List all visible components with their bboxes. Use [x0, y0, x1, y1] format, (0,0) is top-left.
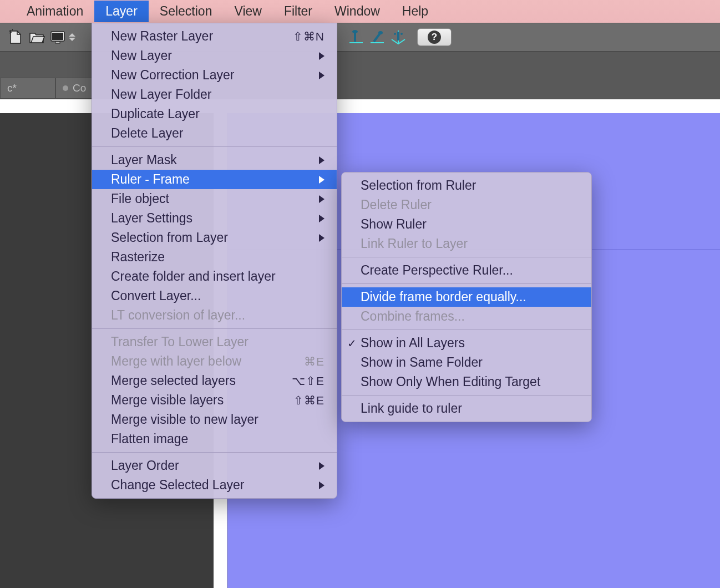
submenu-arrow-icon — [319, 481, 324, 489]
menu-animation[interactable]: Animation — [16, 1, 94, 22]
menu-label: Divide frame border equally... — [361, 290, 526, 305]
menu-item[interactable]: Layer Mask — [92, 150, 337, 170]
separator — [92, 452, 337, 453]
menu-label: Merge visible to new layer — [111, 412, 258, 427]
screen-icon[interactable] — [48, 27, 68, 47]
menu-item-ruler-frame[interactable]: Ruler - Frame — [92, 170, 337, 189]
menu-item[interactable]: Rasterize — [92, 247, 337, 267]
menu-label: Link guide to ruler — [361, 401, 462, 416]
menu-item[interactable]: Create Perspective Ruler... — [342, 261, 591, 280]
menu-item[interactable]: Link guide to ruler — [342, 399, 591, 418]
menu-item[interactable]: Duplicate Layer — [92, 104, 337, 124]
menu-help[interactable]: Help — [391, 1, 439, 22]
tab-document-0[interactable]: c* — [0, 78, 55, 99]
menu-label: Show Only When Editing Target — [361, 374, 540, 389]
menu-label: Transfer To Lower Layer — [111, 334, 249, 349]
menu-label: Ruler - Frame — [111, 172, 190, 187]
new-file-icon[interactable] — [6, 27, 26, 47]
menu-item: LT conversion of layer... — [92, 306, 337, 325]
menu-label: Convert Layer... — [111, 288, 201, 303]
menu-layer[interactable]: Layer — [94, 1, 149, 22]
submenu-arrow-icon — [319, 72, 324, 79]
svg-rect-1 — [52, 33, 63, 40]
menu-item[interactable]: New Correction Layer — [92, 65, 337, 85]
svg-point-6 — [400, 33, 403, 35]
separator — [342, 395, 591, 396]
separator — [342, 283, 591, 284]
tool-icon-2[interactable] — [367, 27, 387, 47]
separator — [342, 257, 591, 257]
tool-icon-1[interactable] — [346, 27, 366, 47]
menu-label: New Correction Layer — [111, 68, 234, 83]
menu-label: New Layer Folder — [111, 87, 212, 102]
menu-item[interactable]: Layer Order — [92, 456, 337, 475]
menu-item: Combine frames... — [342, 307, 591, 326]
check-icon: ✓ — [347, 337, 357, 350]
menu-item[interactable]: Show Only When Editing Target — [342, 372, 591, 392]
menu-item[interactable]: Merge visible layers⇧⌘E — [92, 391, 337, 410]
menu-item[interactable]: Layer Settings — [92, 209, 337, 228]
submenu-arrow-icon — [319, 156, 324, 164]
submenu-arrow-icon — [319, 234, 324, 242]
menu-filter[interactable]: Filter — [273, 1, 323, 22]
menu-label: Layer Mask — [111, 153, 177, 168]
svg-point-4 — [378, 31, 383, 34]
menu-item[interactable]: Show Ruler — [342, 215, 591, 234]
menu-label: Show in Same Folder — [361, 355, 483, 370]
menu-item[interactable]: Merge visible to new layer — [92, 410, 337, 429]
menu-label: New Layer — [111, 48, 172, 63]
submenu-arrow-icon — [319, 462, 324, 470]
tab-document-1[interactable]: Co — [55, 78, 93, 99]
svg-point-3 — [352, 30, 358, 33]
menu-item[interactable]: Change Selected Layer — [92, 475, 337, 495]
shortcut: ⌘E — [304, 355, 324, 368]
menu-label: Change Selected Layer — [111, 478, 244, 493]
menu-item: Transfer To Lower Layer — [92, 332, 337, 352]
menu-item[interactable]: New Layer Folder — [92, 85, 337, 104]
menu-label: Flatten image — [111, 432, 188, 447]
menu-label: File object — [111, 191, 169, 206]
help-button[interactable]: ? — [417, 28, 452, 46]
modified-dot-icon — [63, 85, 68, 91]
menu-item: Link Ruler to Layer — [342, 234, 591, 254]
tab-label: c* — [7, 82, 17, 94]
menu-label: Rasterize — [111, 250, 165, 265]
menu-item[interactable]: Create folder and insert layer — [92, 267, 337, 286]
menu-label: Duplicate Layer — [111, 107, 200, 121]
menu-item[interactable]: Selection from Layer — [92, 228, 337, 247]
menu-view[interactable]: View — [223, 1, 272, 22]
menu-label: Merge with layer below — [111, 354, 241, 369]
menu-item[interactable]: Selection from Ruler — [342, 176, 591, 195]
menu-label: Delete Ruler — [361, 197, 432, 212]
separator — [342, 330, 591, 330]
stepper[interactable] — [69, 27, 79, 47]
menu-item[interactable]: Show in Same Folder — [342, 353, 591, 372]
open-file-icon[interactable] — [27, 27, 47, 47]
menu-item[interactable]: Convert Layer... — [92, 286, 337, 306]
menu-label: Show in All Layers — [361, 336, 465, 351]
chevron-down-icon[interactable] — [69, 38, 75, 41]
menu-selection[interactable]: Selection — [149, 1, 224, 22]
menu-item[interactable]: Flatten image — [92, 429, 337, 449]
menu-label: Merge selected layers — [111, 373, 236, 388]
menu-label: Selection from Layer — [111, 230, 228, 245]
menu-label: Create Perspective Ruler... — [361, 263, 513, 278]
menu-item[interactable]: File object — [92, 189, 337, 209]
menu-window[interactable]: Window — [323, 1, 391, 22]
menu-item[interactable]: Merge selected layers⌥⇧E — [92, 371, 337, 391]
ruler-frame-submenu: Selection from Ruler Delete Ruler Show R… — [341, 172, 592, 422]
chevron-up-icon[interactable] — [69, 33, 75, 37]
menu-item-divide-frame[interactable]: Divide frame border equally... — [342, 287, 591, 307]
submenu-arrow-icon — [319, 195, 324, 203]
menu-label: LT conversion of layer... — [111, 308, 245, 323]
tool-icon-3[interactable] — [388, 27, 408, 47]
submenu-arrow-icon — [319, 52, 324, 60]
menu-item[interactable]: Delete Layer — [92, 124, 337, 143]
menu-item[interactable]: ✓Show in All Layers — [342, 333, 591, 353]
shortcut: ⌥⇧E — [292, 374, 324, 388]
question-icon: ? — [428, 31, 441, 44]
menu-item[interactable]: New Raster Layer⇧⌘N — [92, 27, 337, 46]
menubar: Animation Layer Selection View Filter Wi… — [0, 0, 720, 23]
separator — [92, 328, 337, 329]
menu-item[interactable]: New Layer — [92, 46, 337, 65]
